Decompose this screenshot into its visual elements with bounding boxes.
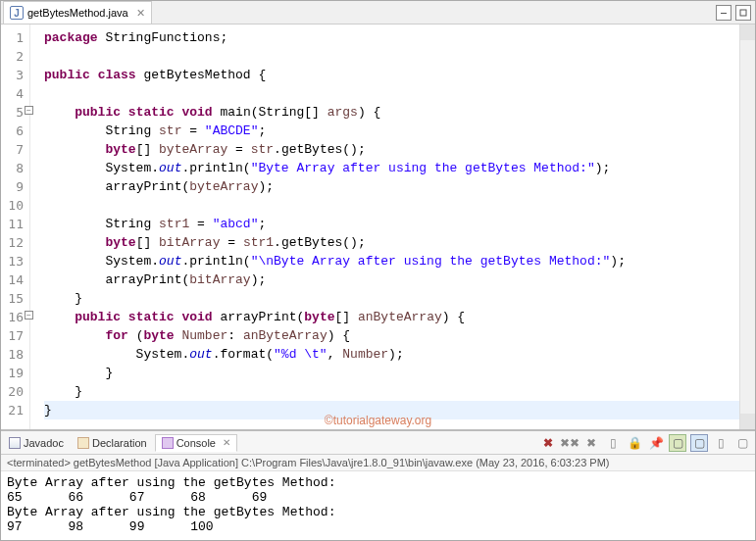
pin-console-icon[interactable]: 📌: [647, 434, 665, 452]
bottom-panel: Javadoc Declaration Console ✕ ✖ ✖✖ ✖ ▯ 🔒…: [1, 429, 755, 540]
javadoc-icon: [9, 437, 21, 449]
line-number: 3: [1, 66, 24, 84]
code-line[interactable]: package StringFunctions;: [44, 28, 739, 47]
code-line[interactable]: String str = "ABCDE";: [44, 122, 739, 140]
tab-label: Javadoc: [24, 437, 64, 449]
line-number: 6: [1, 122, 24, 140]
code-line[interactable]: [44, 196, 739, 215]
line-number: 14: [1, 270, 24, 289]
code-line[interactable]: [44, 84, 739, 103]
display-selected-icon[interactable]: ▢: [669, 434, 686, 452]
code-line[interactable]: byte[] bitArray = str1.getBytes();: [44, 233, 739, 252]
console-toolbar: ✖ ✖✖ ✖ ▯ 🔒 📌 ▢ ▢ ▯ ▢: [539, 434, 751, 452]
code-line[interactable]: System.out.println("\nByte Array after u…: [44, 252, 739, 270]
line-number: 11: [1, 215, 24, 233]
code-line[interactable]: System.out.format("%d \t", Number);: [44, 345, 739, 364]
run-info: <terminated> getBytesMethod [Java Applic…: [1, 455, 755, 471]
maximize-icon[interactable]: [735, 5, 751, 21]
line-number: 19: [1, 364, 24, 382]
code-line[interactable]: public class getBytesMethod {: [44, 66, 739, 84]
fold-toggle-icon[interactable]: −: [25, 106, 33, 115]
maximize-panel-icon[interactable]: ▢: [733, 434, 751, 452]
line-number: 15: [1, 289, 24, 308]
close-icon[interactable]: ✕: [136, 7, 145, 20]
line-number: 7: [1, 140, 24, 159]
code-line[interactable]: }: [44, 364, 739, 382]
code-line[interactable]: public static void arrayPrint(byte[] anB…: [44, 308, 739, 326]
code-line[interactable]: }: [44, 401, 739, 419]
line-number: 12: [1, 233, 24, 252]
vertical-scrollbar[interactable]: [739, 25, 755, 429]
code-line[interactable]: [44, 47, 739, 66]
clear-console-icon[interactable]: ▯: [604, 434, 622, 452]
panel-tab-bar: Javadoc Declaration Console ✕ ✖ ✖✖ ✖ ▯ 🔒…: [1, 431, 755, 455]
svg-rect-1: [740, 10, 746, 16]
terminate-icon[interactable]: ✖: [539, 434, 557, 452]
remove-terminated-icon[interactable]: ✖✖: [561, 434, 579, 452]
line-number: 1: [1, 28, 24, 47]
line-number: 18: [1, 345, 24, 364]
line-number: 20: [1, 382, 24, 401]
tab-javadoc[interactable]: Javadoc: [3, 435, 70, 451]
line-number: 10: [1, 196, 24, 215]
file-tab[interactable]: J getBytesMethod.java ✕: [3, 1, 152, 24]
code-line[interactable]: System.out.println("Byte Array after usi…: [44, 159, 739, 177]
console-icon: [162, 437, 174, 449]
line-number: 9: [1, 177, 24, 196]
line-number: 4: [1, 84, 24, 103]
close-icon[interactable]: ✕: [223, 437, 230, 448]
code-line[interactable]: arrayPrint(bitArray);: [44, 270, 739, 289]
line-gutter: 12345−678910111213141516−1718192021: [1, 25, 30, 429]
code-line[interactable]: }: [44, 382, 739, 401]
fold-toggle-icon[interactable]: −: [25, 311, 33, 320]
code-editor[interactable]: 12345−678910111213141516−1718192021 pack…: [1, 25, 755, 429]
code-line[interactable]: }: [44, 289, 739, 308]
scroll-lock-icon[interactable]: 🔒: [626, 434, 643, 452]
code-area[interactable]: package StringFunctions;public class get…: [30, 25, 739, 429]
line-number: 5−: [1, 103, 24, 122]
console-output[interactable]: Byte Array after using the getBytes Meth…: [1, 471, 755, 540]
open-console-icon[interactable]: ▢: [690, 434, 708, 452]
file-tab-label: getBytesMethod.java: [27, 7, 128, 19]
tab-label: Declaration: [92, 437, 147, 449]
code-line[interactable]: public static void main(String[] args) {: [44, 103, 739, 122]
code-line[interactable]: String str1 = "abcd";: [44, 215, 739, 233]
svg-rect-0: [721, 13, 727, 14]
line-number: 16−: [1, 308, 24, 326]
line-number: 13: [1, 252, 24, 270]
line-number: 17: [1, 326, 24, 345]
line-number: 21: [1, 401, 24, 419]
minimize-panel-icon[interactable]: ▯: [712, 434, 730, 452]
line-number: 2: [1, 47, 24, 66]
tab-declaration[interactable]: Declaration: [72, 435, 153, 451]
java-file-icon: J: [10, 6, 24, 20]
tab-label: Console: [176, 437, 216, 449]
code-line[interactable]: for (byte Number: anByteArray) {: [44, 326, 739, 345]
code-line[interactable]: byte[] byteArray = str.getBytes();: [44, 140, 739, 159]
window-controls: [716, 5, 751, 21]
remove-all-icon[interactable]: ✖: [582, 434, 600, 452]
declaration-icon: [77, 437, 89, 449]
line-number: 8: [1, 159, 24, 177]
editor-tab-bar: J getBytesMethod.java ✕: [1, 1, 755, 25]
code-line[interactable]: arrayPrint(byteArray);: [44, 177, 739, 196]
minimize-icon[interactable]: [716, 5, 731, 21]
tab-console[interactable]: Console ✕: [155, 434, 237, 452]
